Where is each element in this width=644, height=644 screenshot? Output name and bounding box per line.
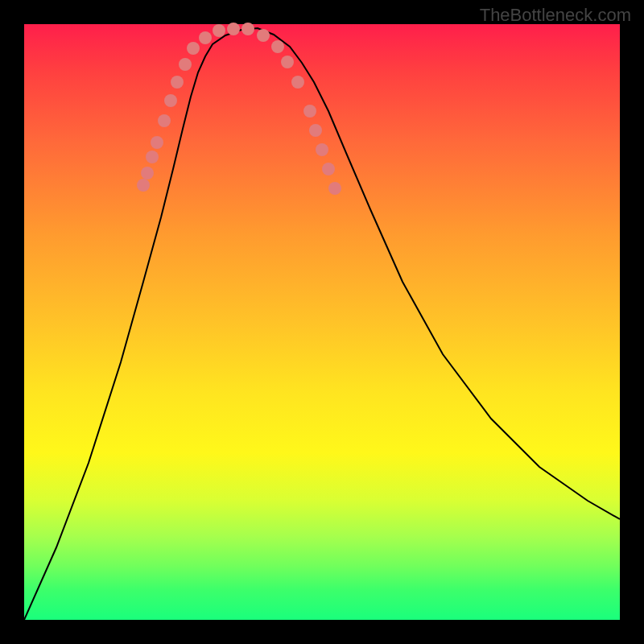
data-dot [227, 23, 240, 35]
data-dot [322, 163, 335, 175]
data-dot [281, 56, 294, 68]
data-dot [328, 182, 341, 195]
data-dot [151, 136, 163, 149]
data-dot [137, 179, 150, 192]
data-dot [141, 167, 154, 180]
data-dot [171, 76, 184, 89]
data-dot [179, 58, 192, 71]
data-dot [271, 40, 284, 53]
data-dot [242, 23, 254, 35]
data-dot [213, 24, 225, 37]
bottleneck-curve-path [24, 28, 620, 620]
data-dot [199, 31, 212, 44]
data-dot [309, 124, 322, 137]
data-dot [164, 94, 177, 107]
data-dot [146, 151, 159, 163]
data-dot [187, 42, 200, 55]
chart-plot-area [24, 24, 620, 620]
bottleneck-curve-svg [24, 24, 620, 620]
data-dot [257, 29, 270, 42]
data-dot [303, 105, 316, 118]
data-dot [291, 76, 304, 89]
data-dot [158, 114, 171, 127]
data-dot [316, 143, 328, 156]
watermark-text: TheBottleneck.com [480, 5, 631, 26]
